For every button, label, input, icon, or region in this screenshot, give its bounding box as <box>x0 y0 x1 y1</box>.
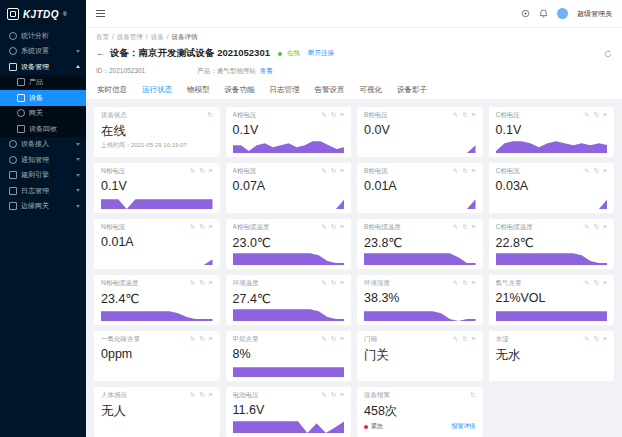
app-logo[interactable]: KJTDQ ® <box>0 0 86 28</box>
sidebar-item-统计分析[interactable]: 统计分析 <box>0 28 86 44</box>
more-icon[interactable]: ≡ <box>340 112 344 119</box>
tab-告警设置[interactable]: 告警设置 <box>314 83 346 100</box>
sidebar-item-日志管理[interactable]: 日志管理 <box>0 183 86 199</box>
alarm-detail-link[interactable]: 报警详情 <box>452 422 476 431</box>
page-refresh-icon[interactable] <box>604 50 612 58</box>
refresh-icon[interactable]: ↻ <box>331 224 336 231</box>
edit-icon[interactable]: ✎ <box>321 224 326 231</box>
edit-icon[interactable]: ✎ <box>584 112 589 119</box>
refresh-icon[interactable]: ↻ <box>594 224 599 231</box>
refresh-icon[interactable]: ↻ <box>331 112 336 119</box>
edit-icon[interactable]: ✎ <box>190 336 195 343</box>
refresh-icon[interactable]: ↻ <box>331 168 336 175</box>
edit-icon[interactable]: ✎ <box>190 168 195 175</box>
refresh-icon[interactable]: ↻ <box>462 336 467 343</box>
refresh-icon[interactable]: ↻ <box>199 224 204 231</box>
refresh-icon[interactable]: ↻ <box>331 392 336 399</box>
sidebar-item-设备接入[interactable]: 设备接入 <box>0 137 86 153</box>
refresh-icon[interactable]: ↻ <box>462 280 467 287</box>
breadcrumb-item[interactable]: 首页 <box>96 33 109 42</box>
more-icon[interactable]: ≡ <box>603 280 607 287</box>
user-avatar[interactable] <box>557 8 568 19</box>
more-icon[interactable]: ≡ <box>603 224 607 231</box>
refresh-icon[interactable]: ↻ <box>199 336 204 343</box>
tab-设备影子[interactable]: 设备影子 <box>396 83 428 100</box>
refresh-icon[interactable]: ↻ <box>462 112 467 119</box>
more-icon[interactable]: ≡ <box>340 336 344 343</box>
refresh-icon[interactable]: ↻ <box>470 392 475 399</box>
more-icon[interactable]: ≡ <box>472 280 476 287</box>
more-icon[interactable]: ≡ <box>209 336 213 343</box>
sidebar-item-设备回收[interactable]: 设备回收 <box>0 121 86 137</box>
sidebar-item-设备[interactable]: 设备 <box>0 90 86 106</box>
refresh-icon[interactable]: ↻ <box>594 168 599 175</box>
product-view-link[interactable]: 查看 <box>260 67 273 74</box>
refresh-icon[interactable]: ↻ <box>199 392 204 399</box>
edit-icon[interactable]: ✎ <box>321 168 326 175</box>
more-icon[interactable]: ≡ <box>472 336 476 343</box>
sidebar-item-设备管理[interactable]: 设备管理 <box>0 59 86 75</box>
more-icon[interactable]: ≡ <box>603 112 607 119</box>
more-icon[interactable]: ≡ <box>340 224 344 231</box>
fullscreen-icon[interactable] <box>521 9 530 18</box>
sidebar-item-规则引擎[interactable]: 规则引擎 <box>0 168 86 184</box>
collapse-menu-icon[interactable] <box>96 8 105 19</box>
refresh-icon[interactable]: ↻ <box>462 224 467 231</box>
more-icon[interactable]: ≡ <box>603 168 607 175</box>
more-icon[interactable]: ≡ <box>209 168 213 175</box>
more-icon[interactable]: ≡ <box>209 280 213 287</box>
card-label: B相电压 <box>364 111 388 120</box>
edit-icon[interactable]: ✎ <box>453 224 458 231</box>
sidebar-item-系统设置[interactable]: 系统设置 <box>0 44 86 60</box>
more-icon[interactable]: ≡ <box>603 336 607 343</box>
edit-icon[interactable]: ✎ <box>453 112 458 119</box>
edit-icon[interactable]: ✎ <box>321 392 326 399</box>
tab-可视化[interactable]: 可视化 <box>359 83 384 100</box>
edit-icon[interactable]: ✎ <box>453 168 458 175</box>
notification-bell-icon[interactable] <box>539 9 548 18</box>
more-icon[interactable]: ≡ <box>472 224 476 231</box>
breadcrumb-item[interactable]: 设备管理 <box>117 33 143 42</box>
back-arrow-icon[interactable]: ← <box>96 49 105 58</box>
tab-物模型[interactable]: 物模型 <box>186 83 211 100</box>
refresh-icon[interactable]: ↻ <box>594 336 599 343</box>
refresh-icon[interactable]: ↻ <box>331 280 336 287</box>
tab-设备功能[interactable]: 设备功能 <box>224 83 256 100</box>
card-value: 0.01A <box>364 179 476 193</box>
refresh-icon[interactable]: ↻ <box>594 280 599 287</box>
refresh-icon[interactable]: ↻ <box>207 112 212 119</box>
edit-icon[interactable]: ✎ <box>453 336 458 343</box>
refresh-icon[interactable]: ↻ <box>199 168 204 175</box>
sidebar-item-通知管理[interactable]: 通知管理 <box>0 152 86 168</box>
edit-icon[interactable]: ✎ <box>584 336 589 343</box>
edit-icon[interactable]: ✎ <box>190 392 195 399</box>
sidebar-item-边缘网关[interactable]: 边缘网关 <box>0 199 86 215</box>
more-icon[interactable]: ≡ <box>209 224 213 231</box>
sidebar-item-产品[interactable]: 产品 <box>0 75 86 91</box>
refresh-icon[interactable]: ↻ <box>594 112 599 119</box>
more-icon[interactable]: ≡ <box>472 112 476 119</box>
edit-icon[interactable]: ✎ <box>584 168 589 175</box>
more-icon[interactable]: ≡ <box>340 392 344 399</box>
edit-icon[interactable]: ✎ <box>190 280 195 287</box>
sidebar-item-网关[interactable]: 网关 <box>0 106 86 122</box>
edit-icon[interactable]: ✎ <box>321 280 326 287</box>
more-icon[interactable]: ≡ <box>340 168 344 175</box>
refresh-icon[interactable]: ↻ <box>199 280 204 287</box>
user-name[interactable]: 超级管理员 <box>577 9 612 19</box>
disconnect-link[interactable]: 断开连接 <box>308 49 334 58</box>
refresh-icon[interactable]: ↻ <box>462 168 467 175</box>
refresh-icon[interactable]: ↻ <box>331 336 336 343</box>
edit-icon[interactable]: ✎ <box>321 112 326 119</box>
edit-icon[interactable]: ✎ <box>584 224 589 231</box>
edit-icon[interactable]: ✎ <box>321 336 326 343</box>
more-icon[interactable]: ≡ <box>472 168 476 175</box>
edit-icon[interactable]: ✎ <box>453 280 458 287</box>
more-icon[interactable]: ≡ <box>209 392 213 399</box>
breadcrumb-item[interactable]: 设备 <box>151 33 164 42</box>
more-icon[interactable]: ≡ <box>340 280 344 287</box>
edit-icon[interactable]: ✎ <box>584 280 589 287</box>
tab-日志管理[interactable]: 日志管理 <box>269 83 301 100</box>
tab-实时信息[interactable]: 实时信息 <box>96 83 128 100</box>
edit-icon[interactable]: ✎ <box>190 224 195 231</box>
